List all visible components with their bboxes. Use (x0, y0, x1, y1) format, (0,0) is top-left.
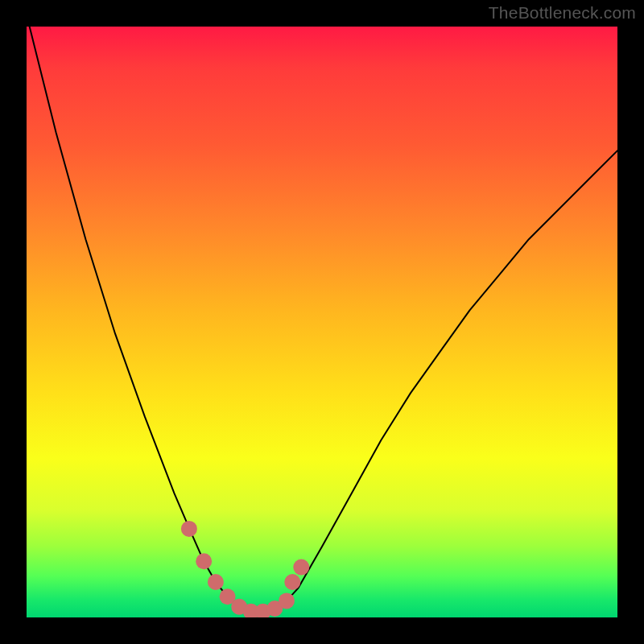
marker-dot (181, 521, 197, 537)
chart-frame: TheBottleneck.com (0, 0, 644, 644)
chart-svg (27, 27, 617, 617)
marker-dot (196, 553, 212, 569)
marker-dot (284, 574, 300, 590)
marker-dot (279, 592, 295, 609)
watermark-text: TheBottleneck.com (489, 3, 636, 23)
near-optimal-markers (181, 521, 309, 617)
marker-dot (293, 559, 309, 576)
chart-plot-area (27, 27, 617, 617)
marker-dot (208, 574, 224, 590)
bottleneck-curve (27, 27, 617, 612)
